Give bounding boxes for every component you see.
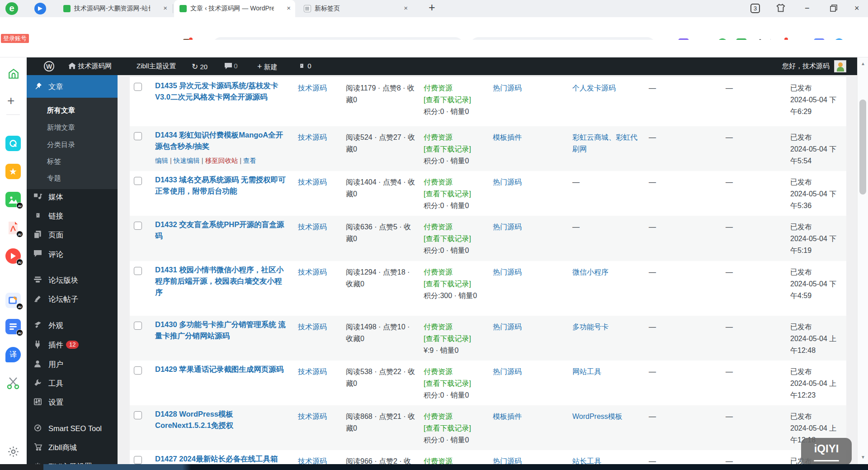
row-action-trash[interactable]: 移至回收站: [205, 157, 238, 164]
sidebar-item-forum-sections[interactable]: 论坛版块: [27, 271, 118, 290]
category-link[interactable]: 技术源码: [298, 413, 327, 420]
ai-image-app-icon[interactable]: AI: [5, 192, 21, 207]
submenu-topics[interactable]: 专题: [47, 174, 61, 183]
adminbar-new[interactable]: + 新建: [257, 62, 278, 71]
adminbar-site-link[interactable]: 技术源码网: [68, 62, 112, 71]
page-scrollbar[interactable]: ▲ ▼: [857, 57, 868, 470]
paid-resource-link[interactable]: 付费资源: [424, 176, 492, 188]
sidebar-item-forum-posts[interactable]: 论坛帖子: [27, 290, 118, 309]
download-records-link[interactable]: [查看下载记录]: [424, 333, 492, 345]
topic-link[interactable]: 热门源码: [493, 84, 522, 92]
paid-resource-link[interactable]: 付费资源: [424, 411, 492, 423]
side-add-icon[interactable]: +: [7, 94, 14, 108]
paid-resource-link[interactable]: 付费资源: [424, 132, 492, 143]
tab-close-icon[interactable]: ×: [404, 4, 408, 12]
restore-button[interactable]: [830, 5, 837, 12]
download-records-link[interactable]: [查看下载记录]: [424, 378, 492, 389]
download-records-link[interactable]: [查看下载记录]: [424, 188, 492, 200]
scrollbar-thumb[interactable]: [859, 100, 866, 195]
ai-doc-app-icon[interactable]: AI: [5, 319, 21, 334]
favorites-star-app-icon[interactable]: ★: [5, 164, 21, 179]
topic-link[interactable]: 热门源码: [493, 223, 522, 231]
row-checkbox[interactable]: [134, 222, 142, 230]
adminbar-updates[interactable]: ↻ 20: [192, 62, 208, 71]
tag-link[interactable]: 个人发卡源码: [572, 84, 616, 92]
paid-resource-link[interactable]: 付费资源: [424, 82, 492, 94]
category-link[interactable]: 技术源码: [298, 133, 327, 141]
paid-resource-link[interactable]: 付费资源: [424, 321, 492, 333]
sidebar-item-posts[interactable]: 文章: [27, 75, 118, 98]
sidebar-item-smart-seo-tool[interactable]: Smart SEO Tool: [27, 419, 118, 438]
submenu-tags[interactable]: 标签: [47, 157, 61, 166]
topic-link[interactable]: 热门源码: [493, 268, 522, 276]
row-checkbox[interactable]: [134, 366, 142, 375]
topic-link[interactable]: 模板插件: [493, 413, 522, 420]
row-checkbox[interactable]: [134, 411, 142, 419]
avatar[interactable]: [834, 60, 846, 72]
new-tab-button[interactable]: +: [429, 1, 435, 14]
sidebar-item-pages[interactable]: 页面: [27, 225, 118, 244]
category-link[interactable]: 技术源码: [298, 268, 327, 276]
sidebar-item-tools[interactable]: 工具: [27, 374, 118, 393]
submenu-categories[interactable]: 分类目录: [47, 140, 75, 150]
tab-site-home[interactable]: 技术源码网-大鹏资源网-站长源 ×: [58, 0, 172, 17]
category-link[interactable]: 技术源码: [298, 368, 327, 375]
topic-link[interactable]: 热门源码: [493, 368, 522, 375]
scroll-down-icon[interactable]: ▼: [858, 455, 868, 460]
tab-new-page[interactable]: 新标签页 ×: [298, 0, 412, 17]
sidebar-item-zibll-shop[interactable]: Zibll商城: [27, 438, 118, 457]
adminbar-links[interactable]: 0: [298, 62, 311, 70]
tab-close-icon[interactable]: ×: [287, 4, 291, 12]
post-title-link[interactable]: D1428 WordPress模板CoreNext1.5.2.1免授权: [155, 408, 288, 431]
translate-app-icon[interactable]: 译: [5, 347, 21, 362]
row-checkbox[interactable]: [134, 83, 142, 91]
row-action-quick-edit[interactable]: 快速编辑: [174, 157, 200, 164]
row-checkbox[interactable]: [134, 322, 142, 330]
ai-note-app-icon[interactable]: AI: [5, 293, 21, 308]
category-link[interactable]: 技术源码: [298, 178, 327, 186]
sidebar-home-icon[interactable]: [8, 68, 19, 80]
scroll-up-icon[interactable]: ▲: [858, 61, 868, 66]
sidebar-item-media[interactable]: 媒体: [27, 187, 118, 206]
post-title-link[interactable]: D1432 交友盲盒系统PHP开源的盲盒源码: [155, 219, 288, 242]
scissors-app-icon[interactable]: [6, 375, 20, 389]
post-title-link[interactable]: D1431 校园小情书微信小程序，社区小程序前后端开源，校园表白墙交友小程序: [155, 264, 288, 298]
tab-count-button[interactable]: 3: [750, 4, 760, 13]
category-link[interactable]: 技术源码: [298, 323, 327, 331]
post-title-link[interactable]: D1429 苹果通话记录截图生成网页源码: [155, 364, 288, 375]
topic-link[interactable]: 热门源码: [493, 323, 522, 331]
paid-resource-link[interactable]: 付费资源: [424, 266, 492, 278]
skin-icon[interactable]: [776, 3, 786, 13]
adminbar-comments[interactable]: 0: [225, 62, 238, 70]
tab-close-icon[interactable]: ×: [163, 4, 167, 12]
browser-logo-icon[interactable]: e: [5, 2, 18, 15]
category-link[interactable]: 技术源码: [298, 223, 327, 231]
ai-pdf-app-icon[interactable]: AI: [5, 220, 21, 236]
post-title-link[interactable]: D1427 2024最新站长必备在线工具箱: [155, 453, 288, 465]
post-title-link[interactable]: D1434 彩虹知识付费模板MangoA全开源包含秒杀/抽奖: [155, 129, 288, 152]
submenu-add-post[interactable]: 新增文章: [47, 123, 75, 133]
row-checkbox[interactable]: [134, 456, 142, 464]
quark-app-icon[interactable]: [5, 136, 21, 151]
paid-resource-link[interactable]: 付费资源: [424, 366, 492, 378]
sidebar-item-comments[interactable]: 评论: [27, 245, 118, 264]
download-records-link[interactable]: [查看下载记录]: [424, 423, 492, 434]
adminbar-greeting[interactable]: 您好，技术源码: [782, 62, 830, 71]
adminbar-zibll-settings[interactable]: Zibll主题设置: [137, 62, 176, 71]
tag-link[interactable]: 多功能号卡: [572, 323, 609, 331]
sidebar-item-settings[interactable]: 设置: [27, 393, 118, 412]
close-window-button[interactable]: ×: [854, 4, 859, 13]
sidebar-item-users[interactable]: 用户: [27, 355, 118, 374]
download-records-link[interactable]: [查看下载记录]: [424, 143, 492, 155]
paid-resource-link[interactable]: 付费资源: [424, 221, 492, 233]
download-records-link[interactable]: [查看下载记录]: [424, 278, 492, 290]
post-title-link[interactable]: D1433 域名交易系统源码 无需授权即可正常使用，附带后台功能: [155, 174, 288, 197]
tag-link[interactable]: 彩虹云商城、彩虹代刷网: [572, 133, 637, 153]
row-action-view[interactable]: 查看: [243, 157, 256, 164]
tag-link[interactable]: WordPress模板: [572, 413, 623, 420]
topic-link[interactable]: 热门源码: [493, 178, 522, 186]
sidebar-item-links[interactable]: 链接: [27, 206, 118, 225]
browser-account-icon[interactable]: [34, 3, 46, 14]
sidebar-item-appearance[interactable]: 外观: [27, 316, 118, 335]
post-title-link[interactable]: D1435 异次元发卡源码系统/荔枝发卡V3.0二次元风格发卡网全开源源码: [155, 80, 288, 103]
